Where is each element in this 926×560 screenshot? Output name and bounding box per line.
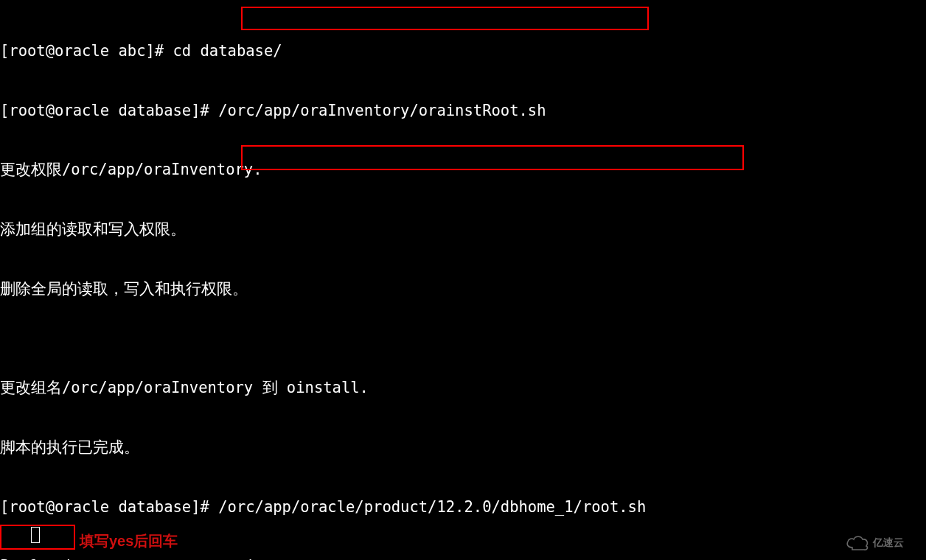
highlight-box [241,7,649,30]
terminal-line: [root@oracle abc]# cd database/ [0,41,926,61]
terminal-line: [root@oracle database]# /orc/app/oraInve… [0,101,926,121]
annotation-label: 填写yes后回车 [80,531,178,551]
shell-prompt: [root@oracle database]# [0,102,218,119]
command-text: /orc/app/oracle/product/12.2.0/dbhome_1/… [218,498,646,516]
watermark: 亿速云 [845,529,916,556]
terminal-line: 删除全局的读取，写入和执行权限。 [0,279,926,299]
cloud-icon [845,534,870,550]
watermark-text: 亿速云 [873,533,904,553]
terminal-window[interactable]: [root@oracle abc]# cd database/ [root@or… [0,0,926,560]
shell-prompt: [root@oracle database]# [0,498,218,516]
terminal-line: Performing root user operation. [0,556,926,560]
terminal-line: 更改组名/orc/app/oraInventory 到 oinstall. [0,378,926,398]
command-text: /orc/app/oraInventory/orainstRoot.sh [218,102,546,119]
terminal-cursor [31,527,40,543]
terminal-line: 脚本的执行已完成。 [0,438,926,458]
terminal-line: 更改权限/orc/app/oraInventory. [0,160,926,180]
terminal-line: [root@oracle database]# /orc/app/oracle/… [0,497,926,517]
terminal-line: 添加组的读取和写入权限。 [0,220,926,239]
